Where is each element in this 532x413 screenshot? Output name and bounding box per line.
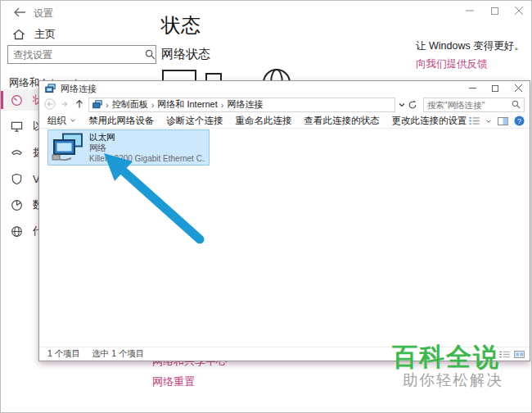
settings-maximize-button[interactable] (482, 1, 507, 20)
breadcrumb-separator: › (221, 100, 224, 110)
breadcrumb-separator: › (151, 100, 155, 110)
explorer-window-title: 网络连接 (61, 83, 97, 95)
screenshot-root: 设置 主页 网络和 Internet 状态 (0, 0, 532, 413)
settings-window-title: 设置 (34, 7, 53, 20)
search-icon[interactable] (145, 49, 156, 60)
explorer-statusbar: 1 个项目 选中 1 个项目 (39, 347, 530, 361)
connection-adapter: Killer e2200 Gigabit Ethernet C... (89, 153, 205, 164)
address-dropdown-icon[interactable] (398, 101, 406, 109)
settings-search-input[interactable] (8, 49, 145, 61)
rename-connection-button[interactable]: 重命名此连接 (236, 115, 292, 127)
preview-pane-icon[interactable] (498, 117, 508, 125)
breadcrumb-network-connections[interactable]: 网络连接 (227, 98, 263, 111)
change-connection-settings-button[interactable]: 更改此连接的设置 (392, 115, 467, 127)
promo-text: 让 Windows 变得更好。 (416, 39, 525, 53)
view-mode-icon[interactable] (469, 117, 480, 125)
phone-icon (11, 147, 23, 159)
breadcrumb-control-panel[interactable]: 控制面板 (112, 98, 148, 111)
nav-forward-icon[interactable] (59, 98, 71, 111)
status-gauge-icon (11, 94, 23, 107)
large-icons-view-toggle-icon[interactable] (514, 351, 525, 358)
explorer-titlebar[interactable]: 网络连接 (39, 81, 530, 96)
nav-up-icon[interactable] (74, 98, 86, 111)
pie-chart-icon (11, 199, 23, 211)
breadcrumb[interactable]: › 控制面板 › 网络和 Internet › 网络连接 (88, 98, 395, 112)
monitor-icon (11, 120, 23, 133)
view-connection-status-button[interactable]: 查看此连接的状态 (304, 115, 380, 127)
disable-device-button[interactable]: 禁用此网络设备 (88, 115, 155, 127)
breadcrumb-network-internet[interactable]: 网络和 Internet (157, 98, 217, 111)
breadcrumb-page-icon (92, 100, 102, 110)
explorer-close-button[interactable] (507, 81, 530, 95)
details-view-toggle-icon[interactable] (499, 351, 510, 358)
watermark-subtitle: 助你轻松解决 (403, 370, 503, 390)
feedback-link[interactable]: 向我们提供反馈 (416, 57, 488, 71)
network-connections-window: 网络连接 (38, 80, 530, 361)
explorer-maximize-button[interactable] (484, 81, 507, 95)
help-icon[interactable]: ? (514, 116, 525, 126)
sidebar-home-label: 主页 (34, 27, 56, 42)
settings-titlebar: 设置 (1, 1, 532, 24)
explorer-file-area[interactable]: 以太网 网络 Killer e2200 Gigabit Ethernet C..… (39, 129, 530, 347)
nav-back-icon[interactable] (44, 98, 56, 111)
settings-close-button[interactable] (507, 1, 531, 20)
connection-name: 以太网 (89, 132, 205, 143)
svg-text:?: ? (517, 117, 521, 125)
settings-search-box[interactable] (7, 45, 156, 64)
network-connections-app-icon (45, 84, 56, 94)
selected-count: 选中 1 个项目 (92, 348, 144, 360)
search-icon[interactable] (512, 100, 521, 109)
ethernet-adapter-icon (52, 133, 84, 164)
back-icon[interactable] (12, 5, 27, 20)
explorer-minimize-button[interactable] (461, 81, 484, 95)
view-mode-dropdown-icon[interactable] (485, 118, 492, 125)
home-icon (12, 28, 25, 41)
breadcrumb-separator: › (106, 100, 109, 110)
explorer-search-input[interactable] (424, 100, 512, 110)
network-status-heading: 网络状态 (161, 47, 210, 62)
network-reset-link[interactable]: 网络重置 (152, 374, 195, 389)
connection-network: 网络 (89, 143, 205, 153)
settings-minimize-button[interactable] (458, 1, 482, 20)
explorer-address-bar: › 控制面板 › 网络和 Internet › 网络连接 (39, 96, 530, 113)
item-count: 1 个项目 (47, 348, 80, 360)
globe-icon (11, 225, 23, 238)
organize-button[interactable]: 组织 (47, 115, 76, 127)
ethernet-connection-item[interactable]: 以太网 网络 Killer e2200 Gigabit Ethernet C..… (47, 129, 210, 166)
diagnose-connection-button[interactable]: 诊断这个连接 (167, 115, 223, 127)
refresh-icon[interactable] (408, 100, 417, 110)
sidebar-item-home[interactable]: 主页 (12, 27, 56, 42)
explorer-command-bar: 组织 禁用此网络设备 诊断这个连接 重命名此连接 查看此连接的状态 更改此连接的… (39, 113, 530, 129)
selected-indicator (1, 91, 3, 109)
page-title: 状态 (161, 12, 201, 39)
vpn-shield-icon (11, 173, 23, 185)
explorer-search-box[interactable] (423, 98, 525, 112)
